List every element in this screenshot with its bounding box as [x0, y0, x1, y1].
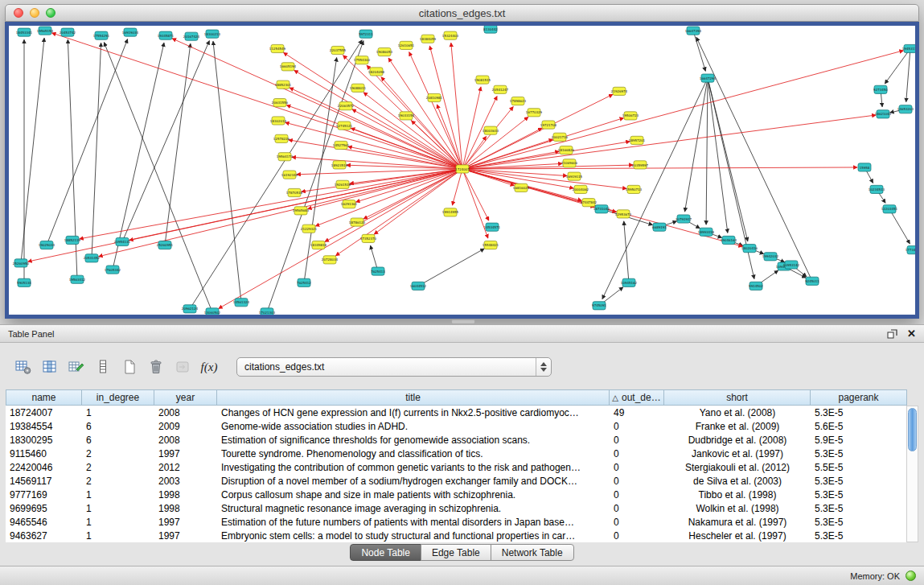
graph-node[interactable]: 15950713: [626, 185, 643, 193]
table-row[interactable]: 911546021997Tourette syndrome. Phenomeno…: [6, 447, 918, 460]
table-selector-combobox[interactable]: citations_edges.txt: [236, 357, 552, 377]
graph-node[interactable]: 22037555: [330, 46, 347, 54]
combobox-stepper-icon[interactable]: [536, 358, 551, 376]
graph-node[interactable]: 20541247: [492, 85, 509, 93]
graph-node[interactable]: 18786120: [349, 218, 366, 226]
graph-node[interactable]: 30791917: [676, 215, 692, 223]
graph-node[interactable]: 19029034: [39, 241, 55, 249]
column-visibility-button[interactable]: [38, 356, 62, 378]
graph-node[interactable]: 19081515: [474, 76, 491, 84]
graph-node[interactable]: 9245011: [805, 277, 819, 285]
new-file-button[interactable]: [117, 356, 142, 378]
graph-node[interactable]: 20810981: [426, 93, 443, 101]
graph-node[interactable]: 18957201: [629, 136, 646, 144]
graph-edge[interactable]: [706, 78, 708, 225]
graph-node[interactable]: 18731042: [593, 205, 610, 213]
graph-node[interactable]: 10234513: [869, 185, 885, 193]
graph-node[interactable]: 7625413: [371, 267, 385, 275]
column-header-out-degree[interactable]: △ out_de…: [610, 389, 664, 406]
graph-node[interactable]: 20021716: [552, 133, 569, 141]
column-header-in-degree[interactable]: in_degree: [82, 389, 154, 406]
graph-node[interactable]: 16919115: [566, 172, 583, 180]
table-scrollbar[interactable]: [906, 406, 918, 542]
graph-node[interactable]: 16192344: [281, 171, 298, 179]
graph-edge[interactable]: [885, 48, 910, 83]
graph-edge[interactable]: [99, 169, 462, 257]
graph-node[interactable]: 21069606: [561, 159, 578, 167]
graph-node[interactable]: 17605342: [105, 266, 121, 274]
graph-node[interactable]: 12610651: [398, 41, 415, 49]
graph-node[interactable]: 16291361: [341, 200, 358, 208]
table-row[interactable]: 946362711997Embryonic stem cells: a mode…: [6, 529, 918, 542]
graph-node[interactable]: 19033154: [398, 112, 415, 120]
float-panel-button[interactable]: [887, 329, 897, 339]
graph-node[interactable]: 18384059: [420, 35, 437, 43]
graph-node[interactable]: 17870518: [286, 188, 303, 196]
split-divider[interactable]: [0, 319, 924, 324]
graph-node[interactable]: 20962124: [182, 305, 199, 313]
graph-node[interactable]: 20954131: [114, 237, 131, 245]
graph-node[interactable]: 12745121: [336, 122, 353, 130]
table-row[interactable]: 1456911722003Disruption of a novel membe…: [6, 474, 918, 488]
table-row[interactable]: 1938455462009Genome-wide association stu…: [6, 419, 918, 433]
graph-node[interactable]: 19721708: [540, 121, 557, 129]
graph-node[interactable]: 14534571: [484, 223, 501, 231]
graph-node[interactable]: 19942032: [762, 253, 779, 261]
column-header-short[interactable]: short: [664, 389, 811, 406]
graph-node[interactable]: 19453112: [902, 44, 915, 52]
function-builder-button[interactable]: f(x): [197, 356, 221, 378]
graph-node[interactable]: 18923514: [331, 161, 348, 169]
graph-hub-node[interactable]: 1724007: [455, 165, 470, 173]
tab-edge-table[interactable]: Edge Table: [421, 544, 491, 561]
graph-edge[interactable]: [685, 78, 708, 212]
graph-node[interactable]: 5905134: [17, 278, 31, 286]
graph-node[interactable]: 18453341: [16, 28, 33, 36]
graph-node[interactable]: 18621043: [875, 110, 892, 118]
graph-node[interactable]: 18349818: [310, 241, 327, 249]
graph-node[interactable]: 18302014: [270, 117, 287, 125]
graph-node[interactable]: 17447842: [581, 199, 598, 207]
table-edit-button[interactable]: [64, 356, 88, 378]
delete-button[interactable]: [144, 356, 168, 378]
graph-node[interactable]: 9273450: [873, 85, 888, 93]
graph-edge[interactable]: [451, 43, 462, 169]
graph-node[interactable]: 19506723: [622, 112, 639, 120]
import-table-button[interactable]: [170, 356, 195, 378]
graph-edge[interactable]: [889, 209, 910, 244]
graph-edge[interactable]: [92, 43, 101, 257]
graph-node[interactable]: 18204098: [368, 68, 385, 76]
scrollbar-thumb[interactable]: [908, 408, 917, 451]
graph-node[interactable]: 10953142: [783, 261, 800, 269]
table-row[interactable]: 977716911998Corpus callosum shape and si…: [6, 488, 918, 501]
graph-node[interactable]: 17734502: [906, 246, 915, 254]
tab-node-table[interactable]: Node Table: [350, 544, 421, 561]
column-header-title[interactable]: title: [217, 389, 610, 406]
graph-node[interactable]: 16647294: [700, 74, 717, 82]
graph-edge[interactable]: [418, 249, 484, 286]
graph-node[interactable]: 18003633: [483, 126, 499, 134]
graph-edge[interactable]: [602, 78, 708, 299]
column-header-pagerank[interactable]: pagerank: [811, 389, 907, 406]
graph-node[interactable]: 17554291: [93, 31, 110, 39]
window-titlebar[interactable]: citations_edges.txt: [5, 4, 919, 22]
graph-node[interactable]: 15548421: [483, 241, 499, 249]
graph-node[interactable]: 21926974: [611, 87, 628, 95]
graph-edge[interactable]: [308, 169, 462, 209]
graph-node[interactable]: 19565683: [293, 207, 310, 215]
graph-edge[interactable]: [213, 41, 241, 302]
graph-node[interactable]: 21229321: [301, 225, 318, 233]
graph-node[interactable]: 19563412: [69, 275, 86, 283]
graph-node[interactable]: 16816023: [513, 183, 530, 192]
graph-edge[interactable]: [80, 169, 462, 239]
close-panel-button[interactable]: ✕: [907, 328, 916, 339]
close-button[interactable]: [14, 8, 23, 18]
graph-edge[interactable]: [292, 157, 462, 169]
graph-node[interactable]: 17898623: [510, 97, 527, 105]
graph-node[interactable]: 11254549: [269, 44, 286, 52]
graph-node[interactable]: 20728034: [322, 256, 339, 264]
graph-node[interactable]: 12578226: [273, 134, 290, 142]
table-settings-button[interactable]: [11, 356, 35, 378]
graph-node[interactable]: 20453742: [60, 28, 76, 36]
graph-node[interactable]: 19086053: [376, 47, 393, 56]
graph-node[interactable]: 17554300: [354, 56, 371, 64]
